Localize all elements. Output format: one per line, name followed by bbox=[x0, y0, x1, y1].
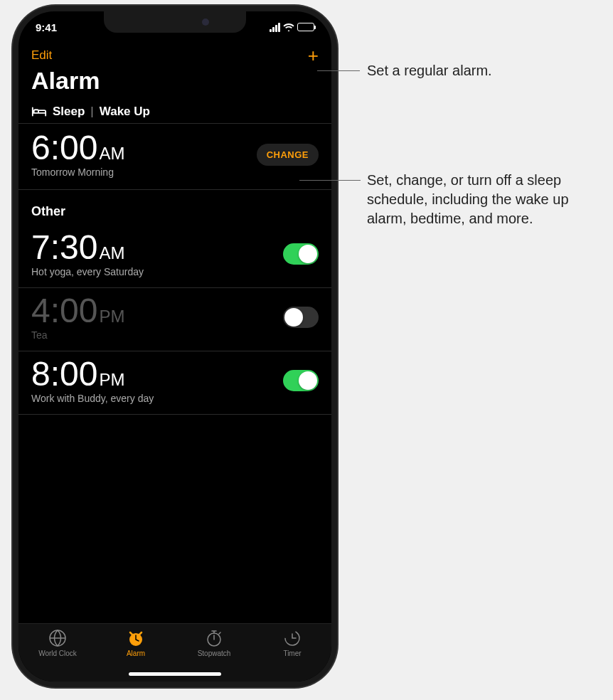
alarm-toggle[interactable] bbox=[283, 370, 319, 391]
tab-label: Alarm bbox=[127, 649, 145, 657]
timer-icon bbox=[282, 628, 302, 648]
add-alarm-button[interactable]: + bbox=[308, 48, 319, 63]
sleep-section-header: Sleep | Wake Up bbox=[18, 105, 331, 124]
alarm-row: 7:30AM Hot yoga, every Saturday bbox=[18, 225, 331, 288]
home-indicator[interactable] bbox=[129, 672, 221, 676]
tab-label: World Clock bbox=[38, 649, 77, 657]
battery-icon bbox=[297, 23, 314, 31]
alarm-row: 8:00PM Work with Buddy, every day bbox=[18, 351, 331, 415]
status-time: 9:41 bbox=[36, 21, 57, 33]
phone-frame: 9:41 Edit + Alarm Sleep | Wake Up bbox=[13, 6, 337, 687]
other-header: Other bbox=[18, 190, 331, 225]
tab-bar: World ClockAlarmStopwatchTimer bbox=[18, 623, 331, 682]
edit-button[interactable]: Edit bbox=[31, 48, 52, 63]
alarm-time: 8:00PM bbox=[31, 357, 154, 391]
alarm-time: 7:30AM bbox=[31, 230, 144, 265]
alarm-row: 4:00PM Tea bbox=[18, 288, 331, 351]
phone-screen: 9:41 Edit + Alarm Sleep | Wake Up bbox=[18, 11, 331, 682]
tab-label: Stopwatch bbox=[198, 649, 231, 657]
callout-add: Set a regular alarm. bbox=[367, 61, 492, 80]
alarm-toggle[interactable] bbox=[283, 307, 319, 328]
cellular-icon bbox=[270, 23, 280, 32]
page-title: Alarm bbox=[18, 63, 331, 105]
world-clock-icon bbox=[48, 628, 68, 648]
alarm-icon bbox=[126, 628, 146, 648]
wake-subtitle: Tomorrow Morning bbox=[31, 166, 124, 178]
bed-icon bbox=[31, 106, 47, 117]
callout-line bbox=[299, 180, 361, 181]
wake-time: 6:00 AM bbox=[31, 131, 124, 165]
wake-label: Wake Up bbox=[100, 105, 150, 119]
tab-timer[interactable]: Timer bbox=[253, 628, 331, 682]
wake-alarm-row: 6:00 AM Tomorrow Morning CHANGE bbox=[18, 124, 331, 190]
nav-bar: Edit + bbox=[18, 43, 331, 63]
wifi-icon bbox=[283, 21, 294, 33]
alarm-time: 4:00PM bbox=[31, 294, 124, 328]
tab-label: Timer bbox=[283, 649, 301, 657]
notch bbox=[104, 11, 246, 33]
alarm-label: Tea bbox=[31, 329, 124, 341]
alarm-label: Hot yoga, every Saturday bbox=[31, 266, 144, 277]
alarm-label: Work with Buddy, every day bbox=[31, 393, 154, 404]
change-button[interactable]: CHANGE bbox=[257, 144, 319, 166]
stopwatch-icon bbox=[204, 628, 224, 648]
tab-world-clock[interactable]: World Clock bbox=[18, 628, 97, 682]
callout-change: Set, change, or turn off a sleep schedul… bbox=[367, 171, 609, 228]
alarm-toggle[interactable] bbox=[283, 243, 319, 265]
callout-line bbox=[317, 70, 360, 71]
sleep-label: Sleep bbox=[53, 105, 85, 119]
divider: | bbox=[90, 105, 93, 119]
